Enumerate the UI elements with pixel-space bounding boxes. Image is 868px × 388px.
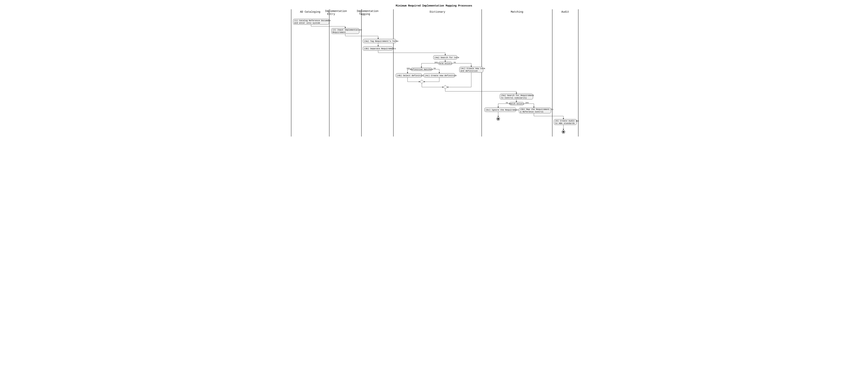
node-label: (4a) Search for term [434, 57, 459, 59]
activity-diagram: Minimum Required Implementation Mapping … [289, 4, 579, 137]
lane-header: Implementation Entry [325, 10, 348, 15]
flow-edge [498, 104, 508, 108]
svg-text:Term exists: Term exists [439, 62, 452, 65]
node-label: Requirement [333, 31, 346, 33]
node-label: to ABA standards [555, 122, 575, 124]
flow-edge [525, 104, 534, 108]
node-label: a Reference Control [520, 111, 544, 113]
edge-label-yes: yes [434, 62, 438, 64]
node-label: to Control similarity [501, 97, 527, 99]
node-label: (3a) Tag Requirement's Terms [364, 40, 398, 42]
merge-diamond [443, 85, 447, 89]
svg-text:Match exists: Match exists [509, 103, 524, 105]
edge-label-no: no [506, 102, 508, 104]
node-label: and enter into system [294, 22, 320, 24]
diagram-title: Minimum Required Implementation Mapping … [396, 4, 472, 7]
node-label: (3b) Separate Requirements [364, 47, 396, 50]
flow-edge [534, 113, 563, 119]
end-node-icon [563, 131, 564, 133]
flow-edge [453, 63, 471, 67]
flow-edge [422, 84, 443, 87]
node-label: (2) Input Implementation [333, 29, 362, 31]
flow-edge [445, 89, 517, 94]
merge-diamond [420, 80, 424, 84]
end-node-icon [497, 118, 499, 120]
lane-header: Matching [510, 10, 523, 13]
lane-header: AD Cataloging [300, 10, 320, 13]
lane-header: Dictionary [430, 10, 445, 13]
edge-label-no: no [434, 67, 436, 69]
lane-header: Audit [561, 10, 569, 13]
flow-edge [433, 69, 439, 73]
edge-label-yes: yes [525, 102, 529, 104]
node-label: (4c) Create new definition [425, 74, 457, 77]
svg-text:Definition matches: Definition matches [410, 68, 433, 71]
flow-edge [424, 77, 439, 82]
edge-label-no: no [454, 62, 456, 64]
node-label: (4c) Create new term [461, 67, 485, 70]
node-label: (1) Catalog Reference Document [294, 20, 331, 22]
node-label: (4b) Select definition [397, 74, 424, 77]
flow-edge [345, 34, 378, 39]
flow-edge [407, 69, 410, 73]
node-label: (5a) Search for Requirement [501, 94, 534, 97]
decision-definition-matches: Definition matches [410, 68, 433, 71]
flow-edge [422, 63, 438, 68]
node-label: (6) Create Audit Question [555, 120, 579, 122]
decision-match-exists: Match exists [508, 102, 525, 105]
node-label: (5c) Ignore the Requirement [486, 109, 519, 111]
lane-header: Implementation Tagging [356, 10, 380, 15]
decision-term-exists: Term exists [438, 62, 453, 65]
node-label: and definition [461, 70, 477, 72]
flow-edge [407, 77, 420, 82]
flow-edge [378, 51, 445, 55]
edge-label-yes: yes [407, 67, 410, 69]
node-label: (5b) Map the Requirement to [520, 108, 553, 110]
flow-edge [311, 25, 345, 28]
